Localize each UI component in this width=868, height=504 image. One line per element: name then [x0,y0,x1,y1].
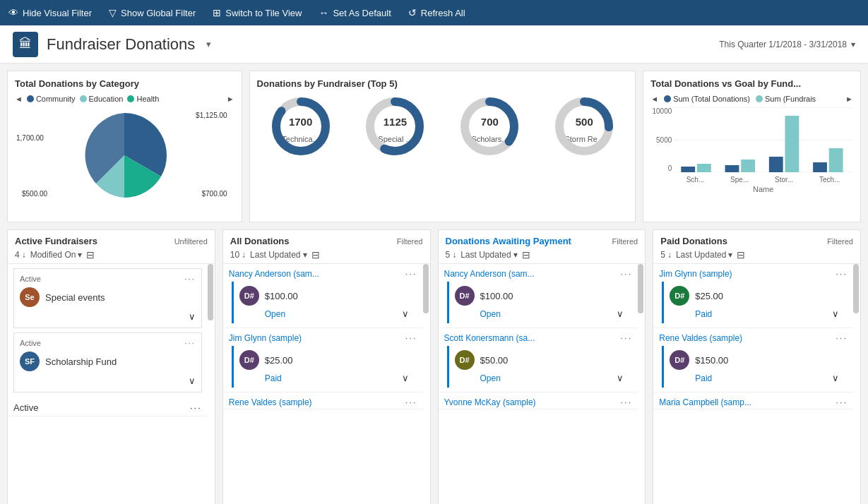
list-item[interactable]: Maria Campbell (samp... ··· [653,392,853,409]
svg-rect-15 [769,157,783,172]
paid-sort-down-icon: ↓ [667,250,672,260]
list-item[interactable]: Active ··· SF Scholarship Fund ∨ [13,332,202,392]
await-dots-2[interactable]: ··· [620,397,632,407]
list-item[interactable]: Jim Glynn (sample) ··· D# $25.00 Paid ∨ [653,264,853,328]
sort-down-icon: ↓ [22,250,26,260]
paid-dots-1[interactable]: ··· [836,332,848,343]
donation-dots-1[interactable]: ··· [405,332,417,343]
switch-tile-view-button[interactable]: ⊞ Switch to Tile View [213,7,302,18]
donation-status-0[interactable]: Open [265,309,285,319]
list-item[interactable]: Rene Valdes (sample) ··· D# $150.00 Paid… [653,328,853,392]
tile-icon: ⊞ [213,7,221,18]
scrollbar[interactable] [423,264,429,504]
paid-dots-2[interactable]: ··· [836,397,848,407]
donut-value-0: 1700 [289,116,312,128]
fundraiser-dots-1[interactable]: ··· [185,339,196,347]
donations-awaiting-card: Donations Awaiting Payment Filtered 5 ↓ … [438,229,646,504]
await-dots-0[interactable]: ··· [620,268,632,279]
scrollbar[interactable] [853,264,859,504]
default-icon: ↔ [319,7,328,18]
await-status-1[interactable]: Open [480,373,501,383]
bar-chart-svg [673,107,853,172]
paid-avatar-1: D# [670,350,689,370]
bar-nav-right-icon[interactable]: ► [845,95,853,103]
sort-field-control[interactable]: Modified On ▾ [30,250,83,260]
list-item[interactable]: Active ··· [8,397,208,416]
pie-nav-right-icon[interactable]: ► [227,95,234,103]
paid-sort-count[interactable]: 5 ↓ [660,250,672,260]
paid-donations-status: Filtered [827,237,853,246]
fundraiser-chevron-0[interactable]: ∨ [189,311,196,322]
list-item[interactable]: Rene Valdes (sample) ··· [223,392,423,409]
list-item[interactable]: Nancy Anderson (sam... ··· D# $100.00 Op… [223,264,423,328]
await-sort-field[interactable]: Last Updated ▾ [460,250,517,260]
await-expand-1[interactable]: ∨ [617,373,624,383]
bar-x-label-1: Spe... [730,176,749,184]
await-status-0[interactable]: Open [480,309,501,319]
list-item[interactable]: Yvonne McKay (sample) ··· [439,392,638,409]
svg-rect-14 [741,160,755,172]
show-global-filter-button[interactable]: ▽ Show Global Filter [109,7,196,18]
scrollbar[interactable] [638,264,643,504]
fundraiser-name-0: Special events [45,292,105,303]
paid-filter-icon[interactable]: ⊟ [737,249,745,260]
await-name-2: Yvonne McKay (sample) [444,397,536,407]
paid-expand-1[interactable]: ∨ [832,373,839,383]
list-item[interactable]: Jim Glynn (sample) ··· D# $25.00 Paid ∨ [223,328,423,392]
donation-status-1[interactable]: Paid [265,373,282,383]
await-filter-icon[interactable]: ⊟ [522,249,530,260]
fundraiser-dots-0[interactable]: ··· [185,275,196,283]
y-label-0: 0 [650,164,672,172]
list-item[interactable]: Nancy Anderson (sam... ··· D# $100.00 Op… [439,264,638,328]
all-filter-icon[interactable]: ⊟ [311,249,320,260]
list-item[interactable]: Active ··· Se Special events ∨ [13,268,202,328]
set-as-default-button[interactable]: ↔ Set As Default [319,7,391,18]
paid-status-1[interactable]: Paid [695,373,712,383]
donut-item-0: 1700 Technica... [269,95,333,143]
donation-expand-1[interactable]: ∨ [402,373,409,383]
sort-count-control[interactable]: 4 ↓ [15,250,26,260]
sort-field: Modified On [30,250,76,260]
all-field: Last Updated [250,250,300,260]
bar-nav-left-icon[interactable]: ◄ [650,95,658,103]
donation-dots-2[interactable]: ··· [405,397,417,407]
paid-sort-field[interactable]: Last Updated ▾ [676,250,732,260]
donation-name-1: Jim Glynn (sample) [229,333,302,343]
fundraiser-chevron-1[interactable]: ∨ [189,376,196,386]
list-item[interactable]: Scott Konersmann (sa... ··· D# $50.00 Op… [439,328,638,392]
paid-amount-1: $150.00 [695,355,728,366]
donation-avatar-0: D# [239,286,259,306]
pie-nav-left-icon[interactable]: ◄ [15,95,23,103]
await-sort-count[interactable]: 5 ↓ [446,250,457,260]
paid-dots-0[interactable]: ··· [836,268,848,279]
await-field: Last Updated [460,250,511,260]
await-expand-0[interactable]: ∨ [617,308,624,319]
svg-rect-16 [785,116,799,172]
all-sort-count[interactable]: 10 ↓ [230,250,246,260]
filter-columns-icon[interactable]: ⊟ [86,249,95,260]
fundraiser-dots-2[interactable]: ··· [190,402,202,413]
bar-x-label-3: Tech... [819,176,840,184]
paid-status-0[interactable]: Paid [695,309,712,319]
pie-chart-svg [71,106,177,205]
svg-rect-17 [813,162,827,172]
title-chevron-icon[interactable]: ▾ [206,39,211,49]
app-icon: 🏛 [13,32,38,57]
all-sort-field[interactable]: Last Updated ▾ [250,250,307,260]
paid-expand-0[interactable]: ∨ [832,308,839,319]
donation-dots-0[interactable]: ··· [405,268,417,279]
active-fundraisers-status: Unfiltered [174,237,208,246]
donation-expand-0[interactable]: ∨ [402,308,409,319]
all-count: 10 [230,250,239,260]
await-dots-1[interactable]: ··· [620,332,632,343]
header: 🏛 Fundraiser Donations ▾ This Quarter 1/… [0,25,868,64]
donation-avatar-1: D# [239,350,259,370]
scrollbar[interactable] [208,264,213,504]
refresh-all-button[interactable]: ↺ Refresh All [408,7,465,18]
hide-visual-filter-label: Hide Visual Filter [23,8,92,18]
date-range[interactable]: This Quarter 1/1/2018 - 3/31/2018 ▾ [719,40,855,49]
active-fundraisers-body: Active ··· Se Special events ∨ [8,264,215,504]
scrollbar-thumb [423,264,429,313]
hide-visual-filter-button[interactable]: 👁 Hide Visual Filter [8,7,92,18]
health-legend-label: Health [136,95,159,103]
